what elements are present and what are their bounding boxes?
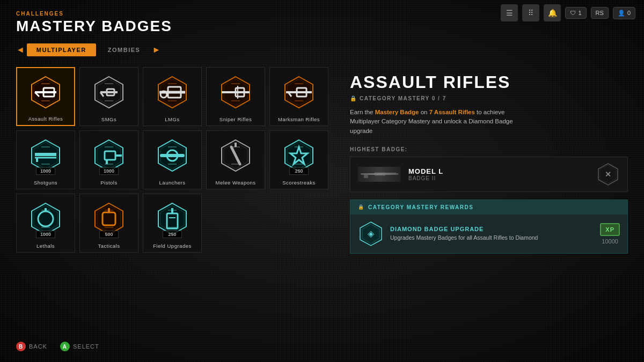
badge-info: MODEL L BADGE II bbox=[408, 167, 589, 181]
top-navigation-bar: ☰ ⠿ 🔔 🛡 1 RS 👤 0 bbox=[492, 0, 644, 26]
weapon-icon-area-marksman-rifles bbox=[270, 68, 328, 116]
mastery-description: Earn the Mastery Badge on 7 Assault Rifl… bbox=[350, 108, 516, 136]
select-label: SELECT bbox=[73, 343, 99, 350]
b-button-icon: B bbox=[16, 342, 26, 351]
weapon-icon-area-smgs bbox=[80, 68, 138, 116]
weapon-cell-smgs[interactable]: SMGs bbox=[79, 67, 138, 126]
weapon-count-shotguns: 1000 bbox=[36, 167, 55, 175]
menu-icon[interactable]: ☰ bbox=[501, 4, 518, 21]
weapon-cell-tacticals[interactable]: 500Tacticals bbox=[79, 194, 138, 253]
tab-multiplayer[interactable]: Multiplayer bbox=[27, 43, 96, 56]
badge-x-mark: ✕ bbox=[605, 170, 611, 179]
rewards-section: 🔒 CATEGORY MASTERY REWARDS ◈ DIAMOND BAD… bbox=[350, 200, 628, 254]
svg-rect-88 bbox=[385, 173, 396, 174]
hex-badge-lmgs bbox=[155, 75, 189, 109]
weapon-label-marksman-rifles: Marksman Rifles bbox=[278, 116, 320, 122]
profile-count: 0 bbox=[627, 10, 631, 16]
shield-badge: 🛡 1 bbox=[565, 7, 586, 19]
weapon-count-tacticals: 500 bbox=[99, 231, 119, 238]
badge-tier: BADGE II bbox=[408, 175, 589, 181]
hex-badge-launchers bbox=[155, 138, 189, 173]
rewards-header-text: CATEGORY MASTERY REWARDS bbox=[368, 204, 473, 210]
weapon-icon-area-launchers bbox=[143, 131, 201, 180]
tab-right-arrow[interactable]: ► bbox=[152, 45, 160, 55]
reward-hex-icon: ◈ bbox=[358, 221, 384, 247]
category-mastery-row: 🔒 CATEGORY MASTERY 0 / 7 bbox=[350, 95, 628, 101]
weapon-cell-field-upgrades[interactable]: 250Field Upgrades bbox=[143, 194, 202, 253]
weapon-cell-launchers[interactable]: Launchers bbox=[143, 130, 202, 189]
weapon-icon-area-melee-weapons bbox=[207, 131, 265, 180]
weapon-cell-marksman-rifles[interactable]: Marksman Rifles bbox=[269, 67, 328, 126]
weapon-count-scorestreaks: 250 bbox=[289, 167, 309, 175]
hex-badge-assault-rifles bbox=[28, 75, 63, 109]
a-button-icon: A bbox=[60, 342, 70, 351]
weapon-cell-lmgs[interactable]: LMGs bbox=[143, 67, 202, 126]
highest-badge-label: HIGHEST BADGE: bbox=[350, 146, 628, 152]
weapon-label-lethals: Lethals bbox=[36, 243, 55, 249]
weapon-count-pistols: 1000 bbox=[99, 167, 119, 175]
svg-rect-85 bbox=[361, 173, 388, 175]
shield-count: 1 bbox=[578, 10, 581, 16]
shield-icon: 🛡 bbox=[570, 10, 576, 16]
weapon-cell-scorestreaks[interactable]: 250Scorestreaks bbox=[269, 130, 328, 189]
xp-amount: 10000 bbox=[602, 238, 618, 245]
rs-label: RS bbox=[596, 10, 604, 16]
svg-marker-72 bbox=[95, 203, 123, 234]
main-content: Challenges Mastery Badges ◄ Multiplayer … bbox=[0, 0, 644, 362]
reward-description: DIAMOND BADGE UPGRADE Upgrades Mastery B… bbox=[390, 226, 594, 242]
svg-rect-86 bbox=[375, 172, 385, 176]
reward-xp: XP 10000 bbox=[600, 223, 620, 245]
svg-rect-87 bbox=[364, 175, 368, 178]
back-button[interactable]: B BACK bbox=[16, 342, 47, 351]
weapon-cell-pistols[interactable]: 1000Pistols bbox=[79, 130, 138, 189]
weapon-label-lmgs: LMGs bbox=[165, 116, 179, 122]
reward-diamond-icon: ◈ bbox=[368, 228, 374, 239]
weapon-label-scorestreaks: Scorestreaks bbox=[282, 180, 315, 186]
rewards-lock-icon: 🔒 bbox=[358, 204, 364, 210]
back-label: BACK bbox=[29, 343, 47, 350]
content-split: Assault Rifles SMGs LMGs bbox=[16, 67, 628, 351]
detail-category-name: ASSAULT RIFLES bbox=[350, 72, 628, 92]
category-mastery-label: CATEGORY MASTERY 0 / 7 bbox=[360, 95, 447, 101]
hex-badge-smgs bbox=[92, 75, 126, 109]
weapon-cell-shotguns[interactable]: 1000Shotguns bbox=[16, 130, 75, 189]
weapon-label-launchers: Launchers bbox=[159, 180, 186, 186]
rewards-header: 🔒 CATEGORY MASTERY REWARDS bbox=[350, 200, 627, 215]
tab-left-arrow[interactable]: ◄ bbox=[16, 45, 25, 55]
rs-badge: RS bbox=[591, 7, 609, 19]
weapon-label-assault-rifles: Assault Rifles bbox=[28, 116, 63, 122]
weapon-icon-area-assault-rifles bbox=[17, 68, 74, 116]
weapon-cell-melee-weapons[interactable]: Melee Weapons bbox=[206, 130, 265, 189]
select-button[interactable]: A SELECT bbox=[60, 342, 99, 351]
xp-badge: XP bbox=[600, 223, 620, 236]
weapon-count-field-upgrades: 250 bbox=[163, 231, 182, 238]
weapon-grid: Assault Rifles SMGs LMGs bbox=[16, 67, 328, 253]
weapon-label-shotguns: Shotguns bbox=[34, 180, 57, 186]
weapon-label-field-upgrades: Field Upgrades bbox=[153, 243, 191, 249]
tab-zombies[interactable]: Zombies bbox=[98, 43, 150, 56]
detail-panel: ASSAULT RIFLES 🔒 CATEGORY MASTERY 0 / 7 … bbox=[350, 67, 628, 351]
weapon-cell-lethals[interactable]: 1000Lethals bbox=[16, 194, 75, 253]
highest-badge-card: MODEL L BADGE II ✕ bbox=[350, 157, 628, 192]
weapon-label-pistols: Pistols bbox=[100, 180, 117, 186]
hex-badge-melee-weapons bbox=[218, 138, 253, 173]
notifications-icon[interactable]: 🔔 bbox=[544, 4, 561, 21]
weapon-label-sniper-rifles: Sniper Rifles bbox=[219, 116, 252, 122]
weapon-count-lethals: 1000 bbox=[36, 231, 55, 238]
reward-text: Upgrades Mastery Badges for all Assault … bbox=[390, 234, 594, 242]
svg-rect-89 bbox=[361, 173, 364, 174]
svg-marker-78 bbox=[158, 203, 186, 234]
weapon-silhouette-icon bbox=[358, 168, 400, 181]
bottom-bar: B BACK A SELECT bbox=[16, 342, 99, 351]
rewards-body: ◈ DIAMOND BADGE UPGRADE Upgrades Mastery… bbox=[350, 215, 627, 253]
lock-icon: 🔒 bbox=[350, 95, 356, 101]
hex-badge-sniper-rifles bbox=[218, 75, 253, 109]
weapon-cell-assault-rifles[interactable]: Assault Rifles bbox=[16, 67, 75, 126]
weapon-icon-area-sniper-rifles bbox=[207, 68, 265, 116]
weapon-label-smgs: SMGs bbox=[101, 116, 116, 122]
grid-icon[interactable]: ⠿ bbox=[522, 4, 539, 21]
weapon-cell-sniper-rifles[interactable]: Sniper Rifles bbox=[206, 67, 265, 126]
tabs-row: ◄ Multiplayer Zombies ► bbox=[16, 43, 628, 56]
weapon-icon-area-lmgs bbox=[143, 68, 201, 116]
weapon-label-melee-weapons: Melee Weapons bbox=[216, 180, 256, 186]
